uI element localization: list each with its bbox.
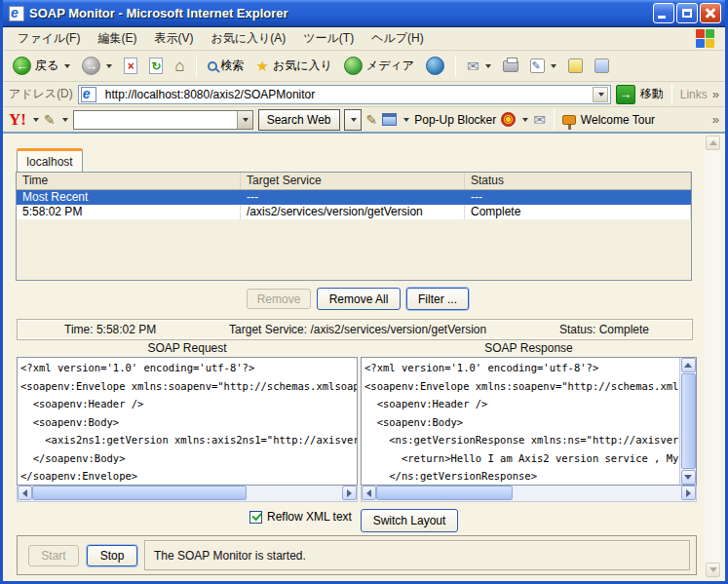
page-icon: e: [81, 87, 96, 102]
table-row[interactable]: Most Recent --- ---: [17, 190, 691, 205]
mail-dropdown-icon[interactable]: [485, 64, 491, 68]
discuss-button[interactable]: [564, 57, 587, 75]
yahoo-mail-icon[interactable]: ✉: [533, 111, 546, 129]
menu-tools[interactable]: ツール(T): [294, 27, 363, 50]
scrollbar-thumb[interactable]: [376, 486, 513, 500]
menu-favorites[interactable]: お気に入り(A): [202, 27, 294, 50]
table-row[interactable]: 5:58:02 PM /axis2/services/version/getVe…: [17, 205, 691, 219]
games-dropdown-icon[interactable]: [522, 118, 528, 122]
highlighter-icon[interactable]: ✎: [366, 112, 378, 128]
window-title: SOAP Monitor - Microsoft Internet Explor…: [29, 6, 653, 20]
switch-layout-button[interactable]: Switch Layout: [361, 509, 458, 532]
standard-toolbar: ← 戻る → × ↻ ⌂ 検索 ★ お気に入り メディア: [3, 51, 725, 82]
reflow-xml-checkbox[interactable]: [249, 511, 262, 524]
games-target-icon[interactable]: [501, 112, 516, 127]
popup-blocker-dropdown-icon[interactable]: [403, 118, 409, 122]
message-table: Time Target Service Status Most Recent -…: [16, 172, 692, 281]
table-header: Time Target Service Status: [17, 173, 691, 190]
refresh-button[interactable]: ↻: [145, 56, 167, 76]
mail-button[interactable]: ✉: [463, 56, 495, 77]
menu-file[interactable]: ファイル(F): [9, 27, 89, 50]
close-button[interactable]: [700, 3, 721, 23]
monitor-status-message: The SOAP Monitor is started.: [154, 549, 306, 563]
research-button[interactable]: [591, 57, 613, 75]
scroll-up-icon[interactable]: [706, 136, 720, 150]
forward-button[interactable]: →: [78, 55, 116, 77]
column-header-status[interactable]: Status: [465, 173, 691, 189]
links-chevron-icon[interactable]: »: [712, 87, 719, 101]
yahoo-search-dropdown-button[interactable]: [237, 111, 252, 129]
start-button[interactable]: Start: [28, 545, 79, 566]
print-button[interactable]: [499, 58, 522, 74]
media-button[interactable]: メディア: [340, 55, 418, 77]
filter-button[interactable]: Filter ...: [406, 288, 469, 310]
menu-help[interactable]: ヘルプ(H): [363, 27, 433, 50]
yahoo-logo-icon[interactable]: Y!: [9, 110, 26, 130]
history-button[interactable]: [422, 55, 448, 77]
yahoo-search-input[interactable]: [73, 110, 253, 130]
go-arrow-icon: →: [619, 87, 632, 101]
stop-button-applet[interactable]: Stop: [87, 545, 137, 566]
edit-icon: [530, 58, 545, 73]
column-header-time[interactable]: Time: [17, 173, 241, 189]
response-horizontal-scrollbar[interactable]: [361, 486, 697, 502]
page-vertical-scrollbar[interactable]: [705, 136, 721, 577]
soap-response-title: SOAP Response: [361, 341, 697, 357]
print-icon: [503, 60, 518, 72]
soap-request-textarea[interactable]: <?xml version='1.0' encoding='utf-8'?> <…: [17, 357, 358, 486]
links-label[interactable]: Links: [680, 88, 708, 101]
column-header-target-service[interactable]: Target Service: [241, 173, 465, 189]
remove-all-button[interactable]: Remove All: [317, 288, 401, 310]
scroll-down-icon[interactable]: [706, 563, 720, 577]
go-button[interactable]: →: [616, 85, 635, 104]
cell-target: /axis2/services/version/getVersion: [241, 205, 465, 219]
forward-dropdown-icon: [106, 64, 112, 68]
scroll-down-icon[interactable]: [681, 470, 696, 485]
yahoo-chevron-icon[interactable]: »: [712, 112, 719, 127]
edit-button[interactable]: [526, 57, 560, 75]
edit-dropdown-icon[interactable]: [551, 64, 556, 68]
forward-icon: →: [82, 57, 100, 75]
maximize-button[interactable]: [676, 3, 698, 23]
search-button[interactable]: 検索: [204, 56, 249, 76]
reflow-row: Reflow XML text: [249, 510, 352, 524]
favorites-button[interactable]: ★ お気に入り: [252, 56, 336, 77]
favorites-label: お気に入り: [273, 58, 332, 74]
discuss-icon: [568, 58, 583, 73]
popup-blocker-icon[interactable]: [382, 113, 397, 126]
address-input[interactable]: e http://localhost:8080/axis2/SOAPMonito…: [78, 85, 611, 104]
scroll-up-icon[interactable]: [681, 358, 696, 372]
response-vertical-scrollbar[interactable]: [679, 358, 696, 485]
yahoo-dropdown-icon[interactable]: [33, 118, 39, 122]
welcome-tour-icon: [562, 115, 576, 125]
scrollbar-thumb[interactable]: [681, 373, 696, 469]
monitor-control-panel: Start Stop The SOAP Monitor is started.: [17, 535, 697, 575]
back-dropdown-icon[interactable]: [64, 64, 70, 68]
back-button[interactable]: ← 戻る: [9, 55, 74, 77]
home-button[interactable]: ⌂: [171, 55, 188, 78]
welcome-tour-label[interactable]: Welcome Tour: [581, 113, 655, 127]
address-dropdown-button[interactable]: [593, 87, 608, 102]
request-horizontal-scrollbar[interactable]: [17, 486, 358, 502]
scroll-left-icon[interactable]: [18, 486, 32, 500]
minimize-button[interactable]: [653, 3, 674, 23]
remove-button[interactable]: Remove: [247, 289, 311, 309]
menu-edit[interactable]: 編集(E): [89, 27, 145, 50]
scrollbar-thumb[interactable]: [32, 486, 247, 500]
pencil-icon[interactable]: ✎: [44, 112, 56, 128]
pencil-dropdown-icon[interactable]: [62, 118, 68, 122]
media-globe-icon: [344, 57, 363, 75]
history-icon: [426, 57, 444, 75]
tab-localhost[interactable]: localhost: [17, 148, 83, 172]
address-url[interactable]: http://localhost:8080/axis2/SOAPMonitor: [105, 88, 589, 101]
menu-view[interactable]: 表示(V): [145, 27, 202, 50]
search-web-dropdown-button[interactable]: [344, 109, 362, 131]
scroll-right-icon[interactable]: [681, 486, 696, 500]
scroll-left-icon[interactable]: [362, 486, 376, 500]
scroll-right-icon[interactable]: [342, 486, 357, 500]
soap-response-textarea[interactable]: <?xml version='1.0' encoding='utf-8'?> <…: [361, 357, 697, 486]
stop-button[interactable]: ×: [120, 56, 141, 76]
search-web-button[interactable]: Search Web: [258, 109, 340, 131]
popup-blocker-label[interactable]: Pop-Up Blocker: [414, 113, 496, 127]
go-label[interactable]: 移動: [640, 86, 664, 102]
